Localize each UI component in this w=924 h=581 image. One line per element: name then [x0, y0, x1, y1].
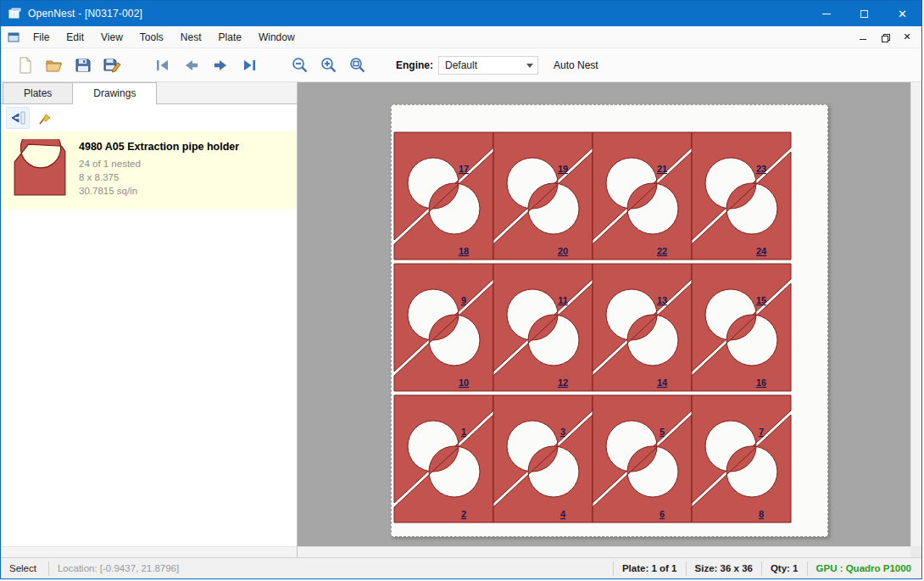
go-last-icon — [240, 56, 259, 75]
nav-tool-group — [148, 52, 264, 79]
drawing-area: 30.7815 sq/in — [79, 184, 239, 198]
import-arrow-icon — [9, 109, 26, 126]
status-bar: Select Location: [-0.9437, 21.8796] Plat… — [1, 557, 921, 578]
open-file-button[interactable] — [40, 52, 69, 79]
mdi-restore-button[interactable] — [874, 29, 896, 46]
drawing-title: 4980 A05 Extraction pipe holder — [79, 141, 239, 153]
part-number[interactable]: 1 — [461, 427, 466, 437]
nest-canvas[interactable]: 171819202122232491011121314151612345678 — [298, 82, 921, 557]
go-next-icon — [211, 56, 230, 75]
go-last-button[interactable] — [235, 52, 264, 79]
zoom-out-icon — [291, 56, 309, 75]
new-file-button[interactable] — [11, 52, 40, 79]
part-number[interactable]: 4 — [560, 509, 566, 519]
save-as-icon — [103, 56, 121, 75]
part-number[interactable]: 9 — [461, 295, 466, 305]
main-toolbar: Engine: Default Auto Nest — [1, 48, 921, 82]
menu-tools[interactable]: Tools — [131, 28, 172, 47]
menu-plate[interactable]: Plate — [210, 28, 250, 47]
app-window: OpenNest - [N0317-002] ✕ File Edit View … — [0, 0, 922, 579]
tab-drawings[interactable]: Drawings — [72, 82, 157, 104]
drawing-list-empty-space — [1, 209, 297, 546]
status-qty: Qty: 1 — [762, 563, 807, 573]
go-previous-icon — [182, 56, 201, 75]
part-number[interactable]: 20 — [558, 246, 568, 256]
part-number[interactable]: 22 — [657, 246, 667, 256]
part-number[interactable]: 16 — [756, 377, 766, 388]
import-drawing-button[interactable] — [6, 107, 30, 129]
part-number[interactable]: 6 — [660, 509, 665, 519]
zoom-out-button[interactable] — [286, 52, 314, 79]
menu-bar: File Edit View Tools Nest Plate Window ✕ — [1, 26, 921, 48]
auto-nest-button[interactable]: Auto Nest — [554, 59, 598, 71]
nest-tile: 2122 — [593, 132, 692, 260]
menu-file[interactable]: File — [25, 28, 58, 47]
nest-tile: 56 — [593, 395, 692, 522]
part-number[interactable]: 21 — [657, 164, 667, 174]
part-number[interactable]: 3 — [560, 427, 565, 437]
mdi-minimize-icon — [860, 39, 866, 40]
drawing-nested-count: 24 of 1 nested — [79, 157, 239, 170]
engine-selected-value: Default — [445, 59, 477, 71]
caption-buttons: ✕ — [807, 1, 921, 26]
status-gpu: GPU : Quadro P1000 — [808, 563, 921, 573]
nest-tile: 1718 — [394, 132, 493, 260]
menu-window[interactable]: Window — [250, 28, 303, 47]
go-first-button[interactable] — [148, 52, 177, 79]
part-number[interactable]: 10 — [459, 377, 469, 388]
chevron-down-icon — [526, 64, 533, 68]
part-number[interactable]: 5 — [660, 427, 665, 437]
part-number[interactable]: 2 — [461, 509, 466, 519]
nest-tile: 78 — [692, 395, 791, 522]
part-number[interactable]: 14 — [657, 377, 668, 388]
canvas-horizontal-scrollbar[interactable] — [298, 546, 910, 557]
document-icon[interactable] — [8, 31, 19, 43]
minimize-icon — [822, 14, 831, 14]
zoom-tool-group — [286, 52, 372, 79]
file-tool-group — [11, 52, 126, 79]
part-number[interactable]: 24 — [756, 246, 767, 256]
zoom-in-button[interactable] — [314, 52, 343, 79]
part-number[interactable]: 18 — [459, 246, 469, 256]
menu-edit[interactable]: Edit — [58, 28, 92, 47]
drawing-thumbnail — [9, 139, 70, 202]
part-number[interactable]: 11 — [558, 295, 568, 305]
part-number[interactable]: 7 — [759, 427, 764, 437]
mdi-close-button[interactable]: ✕ — [896, 29, 918, 46]
save-as-button[interactable] — [97, 52, 126, 79]
part-number[interactable]: 13 — [657, 295, 667, 305]
maximize-icon — [860, 10, 868, 18]
close-button[interactable]: ✕ — [883, 1, 921, 26]
canvas-vertical-scrollbar[interactable] — [910, 82, 921, 546]
part-number[interactable]: 19 — [558, 164, 568, 174]
nest-layout: 171819202122232491011121314151612345678 — [392, 105, 827, 536]
drawing-list-item[interactable]: 4980 A05 Extraction pipe holder 24 of 1 … — [1, 131, 297, 209]
part-number[interactable]: 23 — [756, 164, 766, 174]
zoom-in-icon — [320, 56, 338, 75]
tab-plates[interactable]: Plates — [3, 82, 73, 103]
part-number[interactable]: 8 — [759, 509, 764, 519]
go-previous-button[interactable] — [177, 52, 206, 79]
part-number[interactable]: 12 — [558, 377, 568, 388]
part-number[interactable]: 15 — [756, 295, 766, 305]
part-number[interactable]: 17 — [459, 164, 469, 174]
menu-nest[interactable]: Nest — [172, 28, 210, 47]
window-title: OpenNest - [N0317-002] — [28, 8, 142, 20]
zoom-fit-button[interactable] — [343, 52, 372, 79]
engine-select[interactable]: Default — [438, 56, 538, 75]
nest-tile: 1112 — [493, 264, 593, 391]
status-mode: Select — [1, 563, 48, 573]
panel-horizontal-scrollbar[interactable] — [1, 546, 297, 557]
mdi-minimize-button[interactable] — [852, 29, 874, 46]
menu-view[interactable]: View — [92, 28, 131, 47]
main-area: Plates Drawings — [1, 82, 921, 557]
save-button[interactable] — [69, 52, 97, 79]
maximize-button[interactable] — [845, 1, 883, 26]
go-next-button[interactable] — [206, 52, 235, 79]
plate-sheet[interactable]: 171819202122232491011121314151612345678 — [391, 104, 828, 537]
nest-tile: 1516 — [692, 264, 791, 391]
drawing-part-shape — [14, 139, 65, 195]
minimize-button[interactable] — [807, 1, 845, 26]
clean-button[interactable] — [33, 107, 57, 129]
app-icon — [8, 8, 21, 20]
